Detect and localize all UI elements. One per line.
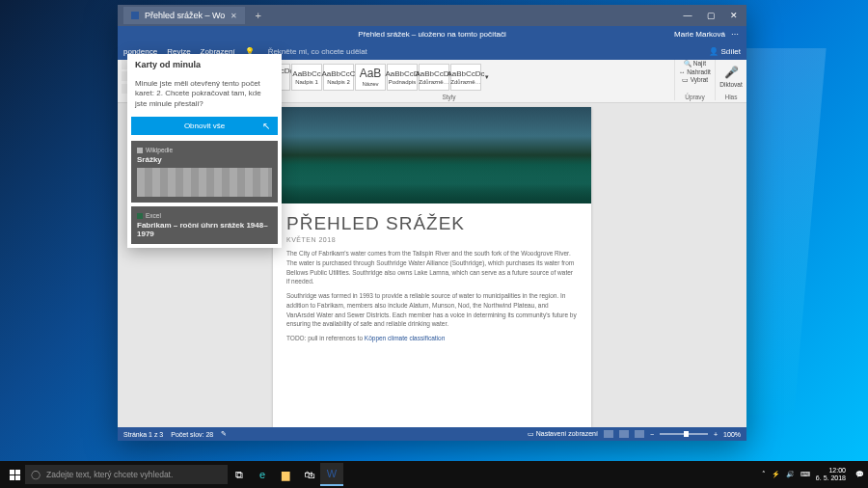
document-title: Přehled srážek – uloženo na tomto počíta…	[358, 30, 505, 39]
clock-time: 12:00	[816, 467, 846, 474]
style-podnadpis[interactable]: AaBbCcDPodnadpis	[387, 64, 418, 91]
word-icon	[131, 12, 139, 19]
document-heading: PŘEHLED SRÁŽEK	[273, 203, 591, 236]
popup-title: Karty od minula	[127, 54, 282, 75]
popup-message: Minule jste měli otevřený tento počet ka…	[127, 75, 282, 117]
notifications-icon[interactable]: 💬	[855, 471, 864, 478]
style-nadpis1[interactable]: AaBbCcNadpis 1	[291, 64, 322, 91]
replace-button[interactable]: ↔ Nahradit	[679, 68, 711, 75]
print-layout-button[interactable]	[619, 430, 629, 438]
taskbar: ◯ Zadejte text, který chcete vyhledat. ⧉…	[0, 461, 868, 488]
paragraph-3: TODO: pull in references to Köppen clima…	[286, 334, 578, 343]
document-body: The City of Fabrikam's water comes from …	[273, 249, 591, 343]
style-nadpis2[interactable]: AaBbCcCNadpis 2	[323, 64, 354, 91]
word-count[interactable]: Počet slov: 28	[171, 431, 213, 438]
document-hero-image	[273, 107, 591, 203]
restore-all-button[interactable]: Obnovit vše ↖	[131, 117, 278, 135]
clock-date: 6. 5. 2018	[816, 474, 846, 482]
status-bar: Stránka 1 z 3 Počet slov: 28 ✎ ▭ Nastave…	[118, 427, 746, 441]
spellcheck-icon[interactable]: ✎	[221, 430, 227, 438]
close-window-button[interactable]: ✕	[727, 11, 741, 20]
file-explorer-button[interactable]: ▆	[274, 463, 297, 486]
paragraph-1: The City of Fabrikam's water comes from …	[286, 249, 578, 286]
store-button[interactable]: 🛍	[297, 463, 320, 486]
start-button[interactable]	[4, 464, 25, 485]
share-label: Sdílet	[721, 47, 741, 56]
editing-group-label: Úpravy	[679, 94, 711, 100]
share-icon: 👤	[709, 47, 719, 56]
card-app-name: Excel	[146, 212, 161, 219]
voice-group-label: Hlas	[719, 94, 743, 100]
user-name: Marie Marková	[674, 30, 725, 39]
cortana-icon: ◯	[31, 470, 41, 479]
ribbon-group-styles: AaBbCcDc¶ NormálníAaBbCcDc¶ Bez mezerAaB…	[224, 60, 675, 100]
tab-title: Přehled srážek – Wo	[145, 11, 225, 20]
restore-all-label: Obnovit vše	[184, 122, 225, 130]
previous-tab-card-wikipedia[interactable]: Wikipedie Srážky	[131, 141, 278, 203]
word-taskbar-button[interactable]: W	[320, 463, 343, 486]
card-title: Fabrikam – roční úhrn srážek 1948–1979	[137, 221, 272, 238]
user-account[interactable]: Marie Marková ⋯	[674, 30, 739, 39]
task-view-button[interactable]: ⧉	[228, 463, 251, 486]
close-tab-icon[interactable]: ✕	[231, 12, 237, 20]
styles-group-label: Styly	[228, 94, 670, 100]
share-button[interactable]: 👤 Sdílet	[709, 47, 741, 56]
window-tab-bar: Přehled srážek – Wo ✕ + — ▢ ✕	[118, 5, 746, 26]
display-settings-button[interactable]: ▭ Nastavení zobrazení	[528, 430, 598, 438]
tray-chevron-icon[interactable]: ˄	[762, 471, 766, 478]
windows-logo-icon	[10, 470, 20, 480]
styles-more-button[interactable]: ▾	[482, 73, 492, 81]
previous-tab-card-excel[interactable]: Excel Fabrikam – roční úhrn srážek 1948–…	[131, 206, 278, 244]
language-icon[interactable]: ⌨	[800, 471, 810, 478]
style-nzev[interactable]: AaBNázev	[355, 64, 386, 91]
excel-icon	[137, 213, 143, 219]
zoom-in-button[interactable]: +	[714, 431, 718, 438]
dictate-label: Diktovat	[719, 81, 742, 88]
new-tab-button[interactable]: +	[249, 10, 266, 21]
cursor-icon: ↖	[262, 121, 270, 131]
card-title: Srážky	[137, 155, 272, 164]
find-button[interactable]: 🔍 Najít	[684, 60, 706, 68]
select-button[interactable]: ▭ Vybrat	[682, 76, 708, 84]
system-tray: ˄ ⚡ 🔊 ⌨ 12:00 6. 5. 2018 💬	[762, 467, 864, 481]
minimize-button[interactable]: —	[681, 11, 694, 20]
network-icon[interactable]: ⚡	[772, 471, 780, 478]
page-indicator[interactable]: Stránka 1 z 3	[123, 431, 163, 438]
maximize-button[interactable]: ▢	[704, 11, 718, 20]
card-thumbnail	[137, 168, 272, 197]
search-placeholder: Zadejte text, který chcete vyhledat.	[46, 470, 173, 479]
edge-button[interactable]: e	[251, 463, 274, 486]
document-subtitle: KVĚTEN 2018	[273, 236, 591, 249]
card-app-name: Wikipedie	[146, 147, 173, 153]
tell-me-search[interactable]: Řekněte mi, co chcete udělat	[268, 47, 367, 56]
microphone-icon[interactable]: 🎤	[724, 66, 739, 79]
taskbar-search[interactable]: ◯ Zadejte text, který chcete vyhledat.	[25, 465, 228, 484]
taskbar-clock[interactable]: 12:00 6. 5. 2018	[816, 467, 850, 481]
zoom-level[interactable]: 100%	[723, 431, 741, 438]
paragraph-2: Southridge was formed in 1993 to provide…	[286, 291, 578, 329]
wikipedia-icon	[137, 148, 143, 153]
style-zdrazn[interactable]: AaBbCcDcZdůrazně…	[419, 64, 449, 91]
title-bar: Přehled srážek – uloženo na tomto počíta…	[118, 26, 746, 42]
hyperlink[interactable]: Köppen climate classification	[365, 335, 445, 341]
document-page: PŘEHLED SRÁŽEK KVĚTEN 2018 The City of F…	[273, 107, 591, 427]
volume-icon[interactable]: 🔊	[786, 471, 795, 478]
read-mode-button[interactable]	[604, 430, 613, 438]
ribbon-options-icon[interactable]: ⋯	[731, 30, 739, 39]
web-layout-button[interactable]	[635, 430, 644, 438]
ribbon-group-editing: 🔍 Najít ↔ Nahradit ▭ Vybrat Úpravy	[675, 60, 716, 100]
zoom-slider[interactable]	[660, 433, 708, 435]
previous-tabs-popup: Karty od minula Minule jste měli otevřen…	[127, 54, 282, 248]
style-zdrazn[interactable]: AaBbCcDcZdůrazně…	[450, 64, 481, 91]
zoom-out-button[interactable]: −	[650, 431, 654, 438]
ribbon-group-voice: 🎤 Diktovat Hlas	[716, 60, 746, 100]
window-tab-word[interactable]: Přehled srážek – Wo ✕	[123, 7, 245, 24]
